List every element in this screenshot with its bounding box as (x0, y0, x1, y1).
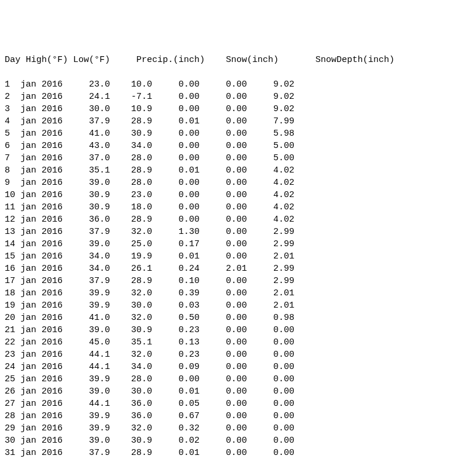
cell-depth: 4.02 (247, 201, 294, 213)
cell-low: 28.0 (110, 373, 152, 385)
cell-low: 23.0 (110, 189, 152, 201)
cell-day: 23 (5, 349, 20, 361)
cell-high: 36.0 (68, 213, 110, 226)
table-row: 6jan 201643.034.00.000.005.00 (5, 140, 462, 152)
col-high: High(°F) (26, 54, 73, 66)
cell-depth: 5.00 (247, 152, 294, 164)
cell-precip: 0.00 (152, 152, 200, 164)
cell-low: 30.9 (110, 434, 152, 447)
cell-depth: 0.00 (247, 398, 294, 410)
cell-high: 39.0 (68, 324, 110, 336)
cell-day: 27 (5, 398, 20, 410)
table-body: 1jan 201623.010.00.000.009.022jan 201624… (5, 78, 462, 459)
table-row: 11jan 201630.918.00.000.004.02 (5, 201, 462, 213)
cell-high: 24.1 (68, 91, 110, 103)
cell-date: jan 2016 (20, 152, 68, 164)
cell-high: 37.9 (68, 226, 110, 238)
cell-date: jan 2016 (20, 164, 68, 177)
cell-low: 30.9 (110, 127, 152, 140)
cell-snow: 0.00 (200, 275, 247, 287)
cell-date: jan 2016 (20, 201, 68, 213)
table-row: 5jan 201641.030.90.000.005.98 (5, 127, 462, 140)
cell-snow: 0.00 (200, 127, 247, 140)
cell-high: 34.0 (68, 263, 110, 275)
cell-low: 34.0 (110, 140, 152, 152)
table-header: DayHigh(°F)Low(°F)Precip.(inch)Snow(inch… (5, 54, 462, 66)
cell-high: 43.0 (68, 140, 110, 152)
cell-date: jan 2016 (20, 287, 68, 299)
cell-high: 39.9 (68, 422, 110, 434)
cell-date: jan 2016 (20, 91, 68, 103)
cell-snow: 0.00 (200, 226, 247, 238)
cell-high: 39.9 (68, 373, 110, 385)
table-row: 7jan 201637.028.00.000.005.00 (5, 152, 462, 164)
cell-high: 30.9 (68, 189, 110, 201)
table-row: 28jan 201639.936.00.670.000.00 (5, 410, 462, 422)
table-row: 14jan 201639.025.00.170.002.99 (5, 238, 462, 250)
table-row: 24jan 201644.134.00.090.000.00 (5, 361, 462, 373)
cell-snow: 0.00 (200, 164, 247, 177)
cell-precip: 0.00 (152, 78, 200, 91)
cell-precip: 0.50 (152, 312, 200, 324)
cell-depth: 2.01 (247, 299, 294, 312)
cell-date: jan 2016 (20, 410, 68, 422)
cell-snow: 0.00 (200, 336, 247, 349)
cell-precip: 0.13 (152, 336, 200, 349)
cell-depth: 0.00 (247, 324, 294, 336)
table-row: 16jan 201634.026.10.242.012.99 (5, 263, 462, 275)
cell-date: jan 2016 (20, 115, 68, 127)
cell-high: 39.0 (68, 385, 110, 398)
cell-high: 37.9 (68, 447, 110, 459)
cell-precip: 0.01 (152, 447, 200, 459)
cell-day: 28 (5, 410, 20, 422)
cell-snow: 0.00 (200, 422, 247, 434)
cell-low: 28.9 (110, 115, 152, 127)
cell-depth: 0.00 (247, 361, 294, 373)
cell-day: 8 (5, 164, 20, 177)
cell-low: 26.1 (110, 263, 152, 275)
table-row: 22jan 201645.035.10.130.000.00 (5, 336, 462, 349)
cell-low: 32.0 (110, 287, 152, 299)
table-row: 2jan 201624.1-7.10.000.009.02 (5, 91, 462, 103)
cell-low: 35.1 (110, 336, 152, 349)
cell-depth: 0.00 (247, 410, 294, 422)
cell-snow: 0.00 (200, 152, 247, 164)
cell-day: 6 (5, 140, 20, 152)
cell-precip: 0.01 (152, 385, 200, 398)
cell-precip: 0.39 (152, 287, 200, 299)
cell-snow: 0.00 (200, 410, 247, 422)
cell-low: 28.9 (110, 164, 152, 177)
cell-low: 30.9 (110, 324, 152, 336)
cell-low: 32.0 (110, 422, 152, 434)
cell-depth: 4.02 (247, 164, 294, 177)
cell-high: 23.0 (68, 78, 110, 91)
cell-depth: 2.01 (247, 287, 294, 299)
table-row: 23jan 201644.132.00.230.000.00 (5, 349, 462, 361)
table-row: 25jan 201639.928.00.000.000.00 (5, 373, 462, 385)
cell-date: jan 2016 (20, 213, 68, 226)
cell-high: 39.9 (68, 410, 110, 422)
cell-date: jan 2016 (20, 78, 68, 91)
cell-precip: 0.17 (152, 238, 200, 250)
cell-precip: 0.00 (152, 103, 200, 115)
table-row: 3jan 201630.010.90.000.009.02 (5, 103, 462, 115)
cell-date: jan 2016 (20, 398, 68, 410)
cell-depth: 0.00 (247, 422, 294, 434)
cell-date: jan 2016 (20, 447, 68, 459)
cell-day: 14 (5, 238, 20, 250)
cell-date: jan 2016 (20, 312, 68, 324)
cell-day: 31 (5, 447, 20, 459)
cell-snow: 0.00 (200, 115, 247, 127)
cell-high: 39.0 (68, 177, 110, 189)
table-row: 15jan 201634.019.90.010.002.01 (5, 250, 462, 263)
cell-snow: 0.00 (200, 250, 247, 263)
col-snow: Snow(inch) (226, 54, 279, 66)
cell-depth: 4.02 (247, 177, 294, 189)
cell-high: 39.0 (68, 238, 110, 250)
cell-precip: 1.30 (152, 226, 200, 238)
cell-low: 30.0 (110, 385, 152, 398)
cell-depth: 2.99 (247, 263, 294, 275)
table-row: 10jan 201630.923.00.000.004.02 (5, 189, 462, 201)
table-row: 12jan 201636.028.90.000.004.02 (5, 213, 462, 226)
cell-day: 5 (5, 127, 20, 140)
